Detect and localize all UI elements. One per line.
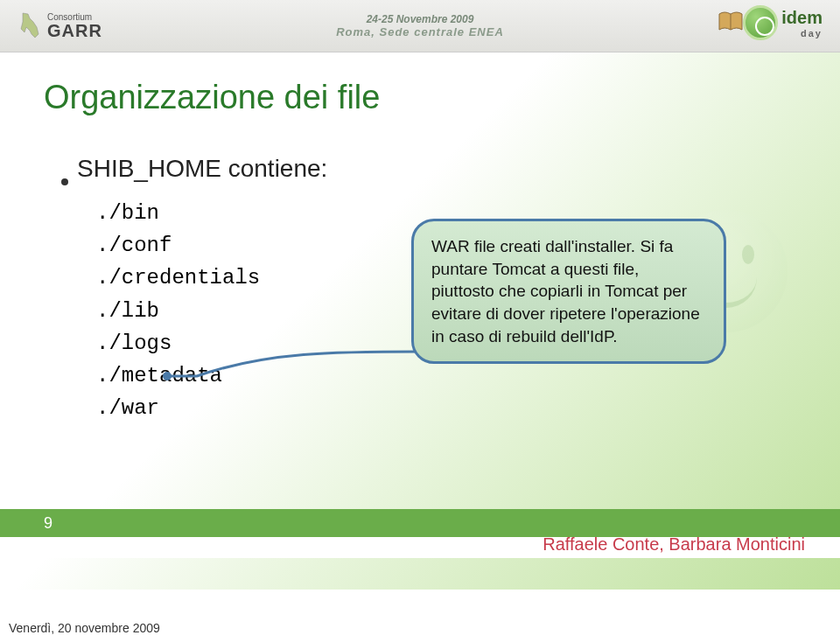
callout-wrap: WAR file creati dall'installer. Si fa pu… bbox=[411, 219, 726, 364]
event-dates: 24-25 Novembre 2009 bbox=[336, 13, 504, 25]
footer-date: Venerdì, 20 novembre 2009 bbox=[9, 621, 160, 635]
callout-connector-icon bbox=[162, 350, 424, 385]
slide-header: Consortium GARR 24-25 Novembre 2009 Roma… bbox=[0, 0, 840, 52]
slide-bottom-bar: 9 bbox=[0, 509, 840, 537]
italy-map-icon bbox=[18, 11, 42, 41]
consortium-label: Consortium bbox=[47, 13, 102, 22]
callout-box: WAR file creati dall'installer. Si fa pu… bbox=[411, 219, 726, 364]
bullet-item: SHIB_HOME contiene: bbox=[61, 155, 796, 183]
page-number: 9 bbox=[44, 514, 52, 533]
idem-badge-icon bbox=[743, 5, 778, 40]
event-place: Roma, Sede centrale ENEA bbox=[336, 25, 504, 38]
garr-logo: Consortium GARR bbox=[18, 11, 102, 41]
slide-body: Organizzazione dei file SHIB_HOME contie… bbox=[0, 52, 840, 590]
idem-label: idem bbox=[781, 8, 822, 27]
bottom-white-strip: Raffaele Conte, Barbara Monticini bbox=[0, 537, 840, 558]
garr-label: GARR bbox=[47, 22, 102, 39]
path-item: ./war bbox=[96, 392, 796, 424]
book-icon bbox=[718, 10, 744, 33]
slide-title: Organizzazione dei file bbox=[44, 79, 796, 116]
header-event-info: 24-25 Novembre 2009 Roma, Sede centrale … bbox=[336, 13, 504, 38]
idem-logo: idem day bbox=[743, 5, 822, 40]
authors: Raffaele Conte, Barbara Monticini bbox=[542, 534, 805, 555]
bullet-text: SHIB_HOME contiene: bbox=[77, 155, 327, 183]
idem-day-label: day bbox=[781, 28, 822, 38]
svg-point-1 bbox=[163, 372, 172, 380]
bullet-dot-icon bbox=[61, 178, 68, 185]
